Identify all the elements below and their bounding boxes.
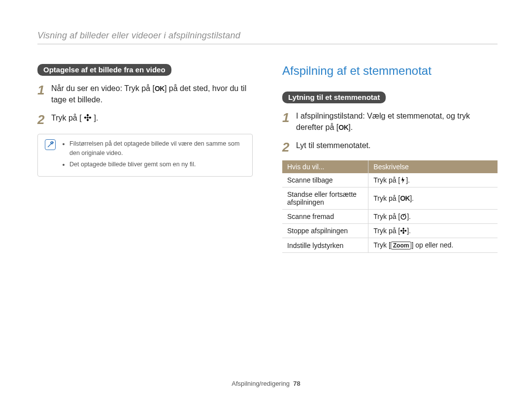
svg-point-8 [403,228,404,230]
svg-point-11 [404,230,406,232]
cell: Tryk på []. [368,173,498,187]
text: Tryk på [ [373,194,400,202]
footer-section: Afspilning/redigering [232,380,290,387]
note-item: Filstørrelsen på det optagede billede vi… [69,139,245,158]
text: Tryk på [ [373,213,400,220]
svg-point-0 [87,117,89,119]
table-row: Stoppe afspilningen Tryk på []. [282,224,498,238]
cell: Tryk på [OK]. [368,187,498,210]
cell: Tryk på []. [368,224,498,238]
cell: Tryk på []. [368,210,498,224]
ok-icon: OK [338,123,348,132]
svg-point-4 [89,117,91,119]
step-body: Tryk på [ ]. [51,112,253,123]
left-column: Optagelse af et billede fra en video 1 N… [37,64,253,253]
cell: Stoppe afspilningen [282,224,368,238]
text: ]. [94,114,99,122]
text: ]. [407,227,411,235]
text: ]. [407,213,411,220]
text: ]. [348,123,353,131]
step-1: 1 Når du ser en video: Tryk på [OK] på d… [37,83,253,105]
step-body: Lyt til stemmenotatet. [296,140,498,151]
flash-icon [400,177,406,184]
note-item: Det optagede billede bliver gemt som en … [69,160,245,169]
step-number: 2 [282,141,296,154]
step-1: 1 I afspilningstilstand: Vælg et stemmen… [282,110,498,133]
svg-point-10 [400,230,402,232]
section-pill-left: Optagelse af et billede fra en video [37,64,171,76]
manual-page: Visning af billeder eller videoer i afsp… [0,0,532,401]
ok-icon: OK [400,194,410,202]
svg-point-7 [403,230,404,232]
text: Tryk på [ [373,227,400,235]
step-number: 1 [37,84,51,96]
table-header: Hvis du vil... [282,160,368,173]
cell: Scanne tilbage [282,173,368,187]
step-number: 2 [37,113,51,126]
table-row: Indstille lydstyrken Tryk [Zoom] op elle… [282,238,498,253]
svg-point-9 [403,232,404,234]
table-row: Scanne tilbage Tryk på []. [282,173,498,187]
two-column-layout: Optagelse af et billede fra en video 1 N… [37,64,498,253]
page-footer: Afspilning/redigering 78 [0,380,532,387]
step-body: Når du ser en video: Tryk på [OK] på det… [51,83,253,105]
breadcrumb: Visning af billeder eller videoer i afsp… [37,31,498,41]
text: Tryk [ [373,241,390,249]
flower-icon [400,227,407,234]
section-title: Afspilning af et stemmenotat [282,64,498,78]
note-box: Filstørrelsen på det optagede billede vi… [37,134,253,176]
cell: Scanne fremad [282,210,368,224]
right-column: Afspilning af et stemmenotat Lytning til… [282,64,498,253]
table-body: Scanne tilbage Tryk på []. Standse eller… [282,173,498,253]
note-icon [45,139,56,150]
cell: Indstille lydstyrken [282,238,368,253]
step-2: 2 Lyt til stemmenotatet. [282,140,498,154]
commands-table: Hvis du vil... Beskrivelse Scanne tilbag… [282,160,498,253]
zoom-button-label: Zoom [391,242,412,249]
divider [37,44,498,44]
cell: Tryk [Zoom] op eller ned. [368,238,498,253]
table-header: Beskrivelse [368,160,498,173]
table-row: Scanne fremad Tryk på []. [282,210,498,224]
timer-icon [400,213,407,220]
text: ] op eller ned. [411,241,453,249]
table-row: Standse eller fortsætte afspilningen Try… [282,187,498,210]
text: ]. [410,194,414,202]
text: I afspilningstilstand: Vælg et stemmenot… [296,112,470,131]
step-number: 1 [282,111,296,124]
svg-point-1 [87,114,89,117]
svg-point-2 [87,119,89,122]
svg-point-3 [84,117,87,119]
note-list: Filstørrelsen på det optagede billede vi… [63,139,245,171]
text: ]. [406,176,410,184]
text: Tryk på [ [51,114,82,122]
flower-icon [84,114,92,122]
text: Når du ser en video: Tryk på [ [51,84,155,93]
ok-icon: OK [155,84,165,93]
text: Tryk på [ [373,176,400,184]
cell: Standse eller fortsætte afspilningen [282,187,368,210]
step-body: I afspilningstilstand: Vælg et stemmenot… [296,110,498,133]
step-2: 2 Tryk på [ ]. [37,112,253,126]
page-number: 78 [293,380,300,387]
section-pill-right: Lytning til et stemmenotat [282,92,386,103]
